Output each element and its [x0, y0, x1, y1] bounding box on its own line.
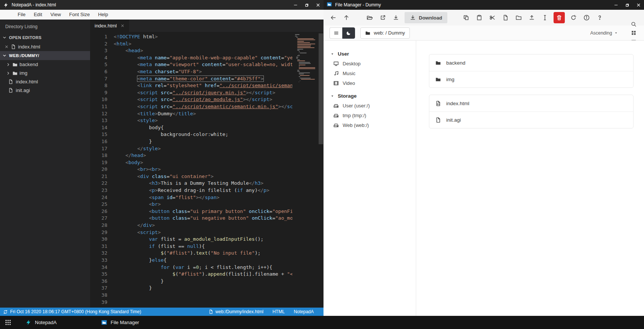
sidebar-item-music[interactable]: Music — [330, 68, 416, 78]
taskbar-file-manager[interactable]: File Manager — [101, 319, 139, 326]
workspace-root[interactable]: WEB:/DUMMY/ — [0, 51, 90, 60]
code-line-30[interactable]: 30 var flist = ao_module_loadInputFiles(… — [90, 236, 324, 243]
notepada-close-button[interactable] — [312, 0, 324, 10]
code-line-18[interactable]: 18 </head> — [90, 152, 324, 159]
menu-button[interactable] — [330, 27, 342, 39]
code-line-37[interactable]: 37 } — [90, 285, 324, 292]
code-line-6[interactable]: 6 <meta charset="UTF-8"> — [90, 68, 324, 75]
tree-item-init-agi[interactable]: init.agi — [0, 86, 90, 95]
notepada-titlebar[interactable]: NotepadA - index.html — [0, 0, 324, 10]
code-line-4[interactable]: 4 <meta name="apple-mobile-web-app-capab… — [90, 54, 324, 62]
code-line-33[interactable]: 33 }else{ — [90, 257, 324, 264]
code-line-12[interactable]: 12 <title>Dummy</title> — [90, 110, 324, 118]
new-file-button[interactable] — [501, 13, 510, 22]
code-line-3[interactable]: 3 <head> — [90, 47, 324, 54]
code-line-11[interactable]: 11 <script src="../script/semantic/seman… — [90, 103, 324, 110]
copy-button[interactable] — [462, 13, 471, 22]
code-line-16[interactable]: 16 } — [90, 138, 324, 145]
code-line-15[interactable]: 15 background-color:white; — [90, 131, 324, 138]
filemanager-titlebar[interactable]: File Manager - Dummy — [324, 0, 644, 10]
notepada-maximize-button[interactable] — [301, 0, 312, 10]
back-button[interactable] — [329, 13, 338, 22]
new-folder-button[interactable] — [514, 13, 523, 22]
download-button[interactable] — [391, 13, 400, 22]
sidebar-item-video[interactable]: Video — [330, 78, 416, 88]
code-line-9[interactable]: 9 <script src="../script/jquery.min.js">… — [90, 89, 324, 97]
code-line-26[interactable]: 26 <button class="ui primary button" onc… — [90, 208, 324, 215]
code-line-24[interactable]: 24 <span id="flist"></span> — [90, 194, 324, 201]
filemanager-minimize-button[interactable] — [610, 0, 621, 10]
code-line-1[interactable]: 1<!DOCTYPE html> — [90, 33, 324, 41]
download-labeled-button[interactable]: Download — [405, 12, 447, 23]
tree-item-index-html[interactable]: index.html — [0, 77, 90, 86]
up-button[interactable] — [342, 13, 351, 22]
code-line-25[interactable]: 25 <br> — [90, 201, 324, 208]
sidebar-item-tmp-tmp[interactable]: tmp (tmp:/) — [330, 110, 416, 120]
code-line-23[interactable]: 23 <p>Received drag-in filelist (if any)… — [90, 187, 324, 194]
tab-close-icon[interactable] — [120, 24, 125, 28]
code-line-10[interactable]: 10 <script src="../script/ao_module.js">… — [90, 96, 324, 103]
code-line-20[interactable]: 20 <br><br> — [90, 166, 324, 173]
open-editor-index-html[interactable]: index.html — [0, 42, 90, 51]
menu-font-size[interactable]: Font Size — [65, 10, 94, 20]
tree-item-img[interactable]: img — [0, 69, 90, 77]
minimap[interactable] — [295, 34, 317, 86]
file-row-init-agi[interactable]: init.agi — [429, 112, 633, 128]
sidebar-item-user-user[interactable]: User (user:/) — [330, 101, 416, 110]
properties-button[interactable] — [582, 13, 591, 22]
menu-edit[interactable]: Edit — [30, 10, 46, 20]
notepada-minimize-button[interactable] — [290, 0, 301, 10]
dark-mode-button[interactable] — [342, 27, 355, 39]
code-line-22[interactable]: 22 <h3>This is a Dummy Testing Module</h… — [90, 180, 324, 187]
rename-button[interactable] — [540, 13, 549, 22]
code-line-21[interactable]: 21 <div class="ui container"> — [90, 173, 324, 180]
file-row-backend[interactable]: backend — [429, 54, 633, 71]
sidebar-section-user[interactable]: User — [330, 49, 416, 59]
sidebar-item-desktop[interactable]: Desktop — [330, 59, 416, 68]
open-button[interactable] — [365, 13, 374, 22]
filemanager-maximize-button[interactable] — [621, 0, 633, 10]
code-editor[interactable]: 1<!DOCTYPE html>2<html>3 <head>4 <meta n… — [90, 32, 324, 308]
help-button[interactable] — [595, 13, 604, 22]
filemanager-close-button[interactable] — [633, 0, 644, 10]
code-line-39[interactable]: 39 — [90, 299, 324, 306]
menu-view[interactable]: View — [46, 10, 65, 20]
start-menu-button[interactable] — [4, 318, 12, 327]
code-line-5[interactable]: 5 <meta name="viewport" content="user-sc… — [90, 61, 324, 68]
code-line-7[interactable]: 7 <meta name="theme-color" content="#4b7… — [90, 75, 324, 83]
search-button[interactable] — [629, 20, 638, 29]
refresh-button[interactable] — [569, 13, 578, 22]
taskbar-notepada[interactable]: NotepadA — [25, 319, 57, 326]
delete-button[interactable] — [554, 12, 565, 23]
tab-index-html[interactable]: index.html — [90, 20, 129, 32]
sidebar-section-storage[interactable]: Storage — [330, 91, 416, 101]
code-line-27[interactable]: 27 <button class="ui negative button" on… — [90, 215, 324, 222]
code-line-17[interactable]: 17 </style> — [90, 145, 324, 152]
sort-dropdown[interactable]: Ascending — [590, 30, 618, 36]
grid-view-button[interactable] — [629, 29, 638, 37]
code-line-14[interactable]: 14 body{ — [90, 124, 324, 131]
open-editors-section[interactable]: OPEN EDITORS — [0, 33, 90, 42]
scrollbar-thumb[interactable] — [319, 33, 323, 144]
upload-button[interactable] — [527, 13, 536, 22]
menu-help[interactable]: Help — [94, 10, 112, 20]
paste-button[interactable] — [475, 13, 484, 22]
sidebar-item-web-web[interactable]: Web (web:/) — [330, 120, 416, 130]
code-line-28[interactable]: 28 </div> — [90, 222, 324, 229]
menu-file[interactable]: File — [14, 10, 30, 20]
code-line-38[interactable]: 38 — [90, 292, 324, 299]
code-line-35[interactable]: 35 $("#flist").append(flist[i].filename … — [90, 271, 324, 278]
file-row-index-html[interactable]: index.html — [429, 95, 633, 112]
code-line-36[interactable]: 36 } — [90, 278, 324, 285]
code-line-8[interactable]: 8 <link rel="stylesheet" href="../script… — [90, 82, 324, 89]
code-line-2[interactable]: 2<html> — [90, 41, 324, 48]
tree-item-backend[interactable]: backend — [0, 60, 90, 69]
code-line-32[interactable]: 32 $("#flist").text("No input file"); — [90, 250, 324, 257]
editor-scrollbar[interactable] — [318, 32, 324, 308]
cut-button[interactable] — [488, 13, 497, 22]
code-line-19[interactable]: 19 <body> — [90, 159, 324, 166]
open-in-new-window-button[interactable] — [378, 13, 387, 22]
file-row-img[interactable]: img — [429, 71, 633, 88]
code-line-34[interactable]: 34 for (var i =0; i < flist.length; i++)… — [90, 264, 324, 271]
path-breadcrumb[interactable]: web: / Dummy — [360, 27, 410, 39]
